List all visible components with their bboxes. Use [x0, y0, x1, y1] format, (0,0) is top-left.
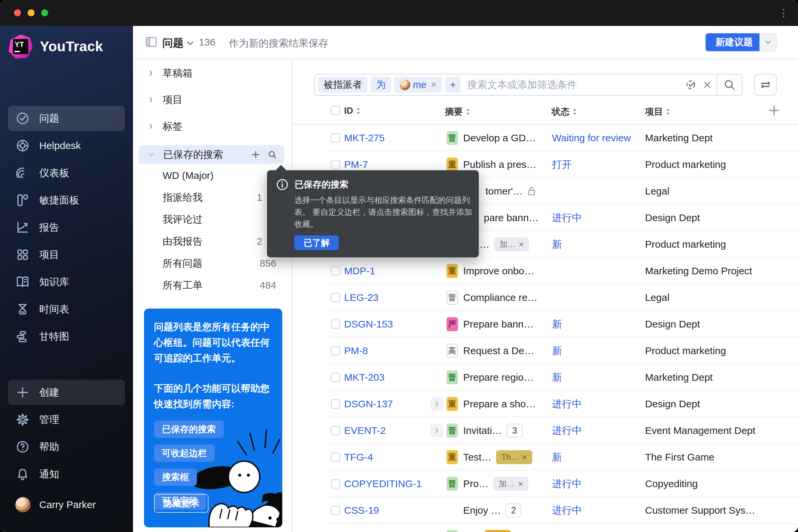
- issue-status[interactable]: 进行中: [552, 391, 582, 417]
- clear-search-icon[interactable]: [700, 75, 715, 95]
- sidebar-action-help[interactable]: 帮助: [8, 434, 125, 459]
- select-all-checkbox[interactable]: [331, 106, 340, 115]
- issue-status[interactable]: 进行中: [552, 205, 582, 231]
- close-window-icon[interactable]: [14, 9, 21, 16]
- sidebar-item-helpdesk[interactable]: Helpdesk: [8, 133, 125, 158]
- issue-status[interactable]: 新: [552, 231, 562, 258]
- toggle-sidebar-icon[interactable]: [146, 37, 157, 49]
- column-header-状态[interactable]: 状态: [552, 106, 577, 118]
- issue-status[interactable]: 已验证: [552, 524, 582, 532]
- sidebar-item-reports[interactable]: 报告: [8, 215, 125, 240]
- column-header-id[interactable]: ID: [344, 106, 361, 116]
- promo-feature-pill[interactable]: 搜索框: [154, 469, 197, 486]
- explorer-group-1[interactable]: 草稿箱: [139, 63, 284, 83]
- row-checkbox[interactable]: [331, 320, 340, 329]
- save-search-link[interactable]: 作为新的搜索结果保存: [229, 37, 328, 50]
- issue-row[interactable]: COPYEDITING-1普Pro…加…×进行中Copyediting: [292, 471, 798, 497]
- issue-id-link[interactable]: TFG-4: [344, 444, 373, 471]
- promo-feature-pill[interactable]: 可收起边栏: [154, 444, 215, 462]
- row-checkbox[interactable]: [331, 293, 340, 302]
- issue-status[interactable]: 进行中: [552, 471, 582, 497]
- remove-tag-icon[interactable]: ×: [522, 452, 527, 462]
- issue-status[interactable]: 打开: [552, 151, 572, 178]
- chevron-right-icon[interactable]: [147, 70, 155, 77]
- issue-id-link[interactable]: DSGN-153: [344, 311, 393, 338]
- saved-search-item[interactable]: 指派给我1: [139, 188, 284, 207]
- row-checkbox[interactable]: [331, 346, 340, 356]
- query-assist-icon[interactable]: [683, 75, 700, 95]
- sidebar-item-timesheet[interactable]: 时间表: [8, 297, 125, 322]
- add-filter-button[interactable]: +: [445, 77, 461, 93]
- search-bar[interactable]: 被指派者为me× + 搜索文本或添加筛选条件: [314, 74, 742, 96]
- saved-search-item[interactable]: WD (Major): [139, 166, 284, 185]
- issue-status[interactable]: 新: [552, 444, 562, 471]
- zoom-window-icon[interactable]: [41, 9, 48, 16]
- sidebar-item-dashboard[interactable]: 仪表板: [8, 160, 125, 186]
- minimize-window-icon[interactable]: [27, 9, 35, 16]
- find-saved-search-icon[interactable]: [268, 150, 277, 159]
- row-checkbox[interactable]: [331, 266, 340, 276]
- add-column-icon[interactable]: [767, 104, 781, 118]
- issue-row[interactable]: MKT-203普Prepare regio…新Marketing Dept: [292, 364, 798, 391]
- issue-row[interactable]: TFG-4重Test…Th…×新The First Game: [292, 444, 798, 471]
- issue-row[interactable]: PM-8高Request a De…新Product marketing: [292, 338, 798, 364]
- sidebar-item-agile[interactable]: 敏捷面板: [8, 188, 125, 213]
- issue-id-link[interactable]: MKT-203: [344, 364, 385, 391]
- issue-row[interactable]: EVENT-2普Invitati…3进行中Event Management De…: [292, 417, 798, 444]
- row-checkbox[interactable]: [331, 160, 340, 169]
- search-token[interactable]: 为: [371, 77, 391, 93]
- user-menu[interactable]: Carry Parker: [8, 492, 125, 517]
- issue-status[interactable]: 新: [552, 311, 562, 338]
- chevron-right-icon[interactable]: [147, 96, 155, 103]
- sidebar-action-bell[interactable]: 通知: [8, 461, 125, 487]
- row-checkbox[interactable]: [331, 506, 340, 515]
- promo-feature-pill[interactable]: 已保存的搜索: [154, 421, 224, 438]
- new-issue-button[interactable]: 新建议题: [706, 33, 763, 51]
- tooltip-got-it-button[interactable]: 已了解: [294, 235, 339, 250]
- search-token[interactable]: 被指派者: [318, 77, 367, 93]
- column-header-摘要[interactable]: 摘要: [445, 106, 471, 118]
- issue-status[interactable]: 新: [552, 338, 562, 364]
- hide-tips-button[interactable]: 隐藏提示: [154, 494, 208, 513]
- issue-id-link[interactable]: MDP-1: [344, 258, 375, 284]
- row-checkbox[interactable]: [331, 399, 340, 408]
- issue-row[interactable]: MKT-275普Develop a GD…Waiting for reviewM…: [292, 125, 798, 151]
- chevron-right-icon[interactable]: [147, 123, 155, 130]
- sort-icon[interactable]: [466, 108, 471, 116]
- sidebar-action-plus[interactable]: 创建: [8, 380, 125, 405]
- search-settings-button[interactable]: [754, 74, 777, 96]
- row-checkbox[interactable]: [331, 453, 340, 462]
- issue-tag[interactable]: 加…×: [494, 238, 529, 251]
- issue-status[interactable]: 进行中: [552, 497, 582, 524]
- page-title-chevron-down-icon[interactable]: [186, 41, 194, 47]
- row-checkbox[interactable]: [331, 479, 340, 489]
- issue-id-link[interactable]: MKT-4: [344, 524, 374, 532]
- sidebar-item-knowledge[interactable]: 知识库: [8, 269, 125, 294]
- sort-icon[interactable]: [356, 107, 361, 115]
- saved-search-item[interactable]: 我评论过: [139, 210, 284, 229]
- sidebar-item-gantt[interactable]: 甘特图: [8, 324, 125, 349]
- remove-token-icon[interactable]: ×: [431, 79, 436, 90]
- issue-row[interactable]: LEG-23普Compliance re…Legal: [292, 284, 798, 311]
- issue-id-link[interactable]: LEG-23: [344, 284, 378, 311]
- search-icon[interactable]: [717, 75, 742, 95]
- search-token[interactable]: me×: [394, 77, 442, 93]
- row-checkbox[interactable]: [331, 133, 340, 142]
- column-header-项目[interactable]: 项目: [645, 106, 671, 118]
- saved-searches-group[interactable]: 已保存的搜索: [139, 145, 284, 164]
- issue-id-link[interactable]: CSS-19: [344, 497, 379, 524]
- issue-row[interactable]: MDP-1重Improve onbo…Marketing Demo Projec…: [292, 258, 798, 284]
- new-issue-dropdown-button[interactable]: [759, 33, 777, 51]
- saved-search-item[interactable]: 所有工单484: [139, 276, 284, 294]
- remove-tag-icon[interactable]: ×: [519, 240, 524, 250]
- issue-row[interactable]: CSS-19Enjoy …2进行中Customer Support Sys…: [292, 497, 798, 524]
- issue-status[interactable]: 进行中: [552, 417, 582, 444]
- issue-row[interactable]: DSGN-137重Prepare a sho…进行中Design Dept: [292, 391, 798, 417]
- explorer-group-3[interactable]: 标签: [139, 116, 284, 136]
- expand-row-icon[interactable]: [430, 397, 443, 411]
- issue-tag[interactable]: 加…×: [493, 477, 528, 491]
- saved-search-item[interactable]: 所有问题856: [139, 254, 284, 273]
- issue-status[interactable]: Waiting for review: [552, 125, 631, 151]
- sidebar-item-projects[interactable]: 项目: [8, 242, 125, 267]
- sidebar-action-gear[interactable]: 管理: [8, 407, 125, 432]
